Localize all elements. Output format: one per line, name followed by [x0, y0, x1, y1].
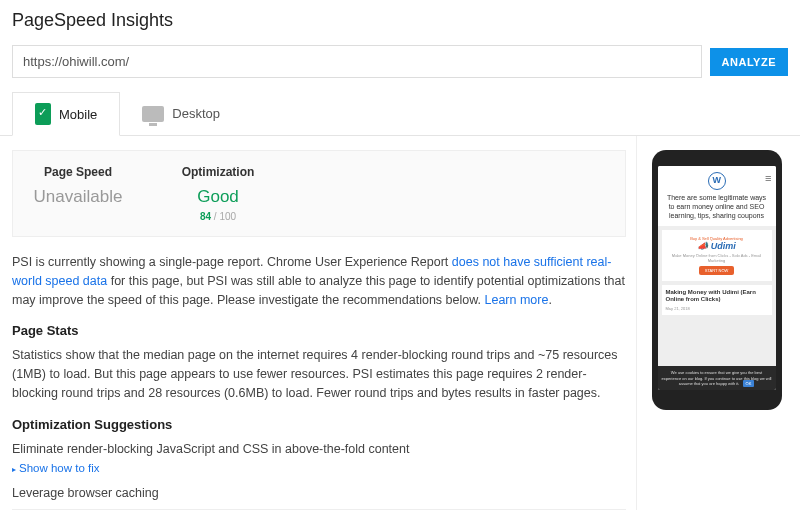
metric-title: Optimization	[163, 165, 273, 179]
opt-item-1: Eliminate render-blocking JavaScript and…	[12, 440, 626, 459]
tabs: Mobile Desktop	[0, 92, 800, 136]
intro-paragraph: PSI is currently showing a single-page r…	[12, 253, 626, 309]
tab-label: Desktop	[172, 106, 220, 121]
optimization-heading: Optimization Suggestions	[12, 417, 626, 432]
metric-value: Unavailable	[23, 187, 133, 207]
opt-item-2: Leverage browser caching	[12, 484, 626, 503]
ad-card: Buy & Sell Quality Advertising 📣 Udimi M…	[662, 230, 772, 281]
cookie-banner: We use cookies to ensure that we give yo…	[658, 366, 776, 390]
page-stats-heading: Page Stats	[12, 323, 626, 338]
desktop-icon	[142, 106, 164, 122]
phone-body: Buy & Sell Quality Advertising 📣 Udimi M…	[658, 226, 776, 366]
main-content: Page Speed Unavailable Optimization Good…	[0, 136, 800, 510]
metric-page-speed: Page Speed Unavailable	[23, 165, 133, 222]
tab-label: Mobile	[59, 107, 97, 122]
url-input[interactable]	[12, 45, 702, 78]
metric-optimization: Optimization Good 84 / 100	[163, 165, 273, 222]
search-bar: ANALYZE	[0, 45, 800, 92]
analyze-button[interactable]: ANALYZE	[710, 48, 788, 76]
right-column: ≡ There are some legitimate ways to earn…	[636, 136, 788, 510]
page-title: PageSpeed Insights	[0, 0, 800, 45]
udimi-logo: 📣 Udimi	[665, 241, 769, 251]
learn-more-link[interactable]: Learn more	[485, 293, 549, 307]
cookie-ok-button: OK	[743, 380, 755, 387]
phone-header: ≡ There are some legitimate ways to earn…	[658, 166, 776, 226]
post-card: Making Money with Udimi (Earn Online fro…	[662, 285, 772, 314]
tab-desktop[interactable]: Desktop	[120, 92, 242, 135]
start-now-button: START NOW	[699, 266, 735, 275]
phone-preview: ≡ There are some legitimate ways to earn…	[652, 150, 782, 410]
metric-score: 84 / 100	[163, 211, 273, 222]
metric-value: Good	[163, 187, 273, 207]
hamburger-icon: ≡	[765, 172, 771, 184]
tab-mobile[interactable]: Mobile	[12, 92, 120, 136]
mobile-check-icon	[35, 103, 51, 125]
site-logo-icon	[708, 172, 726, 190]
phone-site-title: There are some legitimate ways to earn m…	[662, 193, 772, 220]
metrics-panel: Page Speed Unavailable Optimization Good…	[12, 150, 626, 237]
phone-screen: ≡ There are some legitimate ways to earn…	[658, 166, 776, 390]
metric-title: Page Speed	[23, 165, 133, 179]
page-stats-body: Statistics show that the median page on …	[12, 346, 626, 402]
show-how-to-fix-toggle[interactable]: Show how to fix	[12, 462, 626, 474]
left-column: Page Speed Unavailable Optimization Good…	[12, 136, 636, 510]
